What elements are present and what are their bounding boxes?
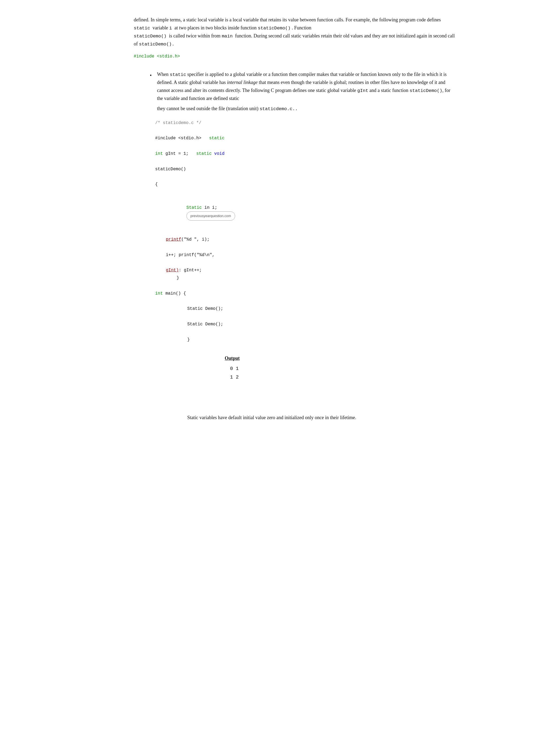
staticdemo-file: staticdemo.c.. bbox=[260, 106, 298, 112]
code-line-blank12 bbox=[155, 328, 455, 336]
static-kw-bullet: static bbox=[170, 72, 186, 77]
code-line9: } bbox=[155, 274, 455, 282]
code-line-blank8 bbox=[155, 259, 455, 267]
gint-ref: gInt) bbox=[166, 268, 179, 273]
code-line5: Static in i; previousyearquestion.com bbox=[155, 196, 455, 228]
bullet-section: • When static specifier is applied to a … bbox=[150, 70, 455, 113]
code-line1: #include <stdio.h> static bbox=[155, 134, 455, 142]
footer-content: Static variables have default initial va… bbox=[187, 415, 356, 420]
code-line7: i++; printf("%d\n", bbox=[155, 251, 455, 259]
para1-text1: defined. In simple terms, a static local… bbox=[134, 17, 441, 22]
code-line13: } bbox=[155, 336, 455, 344]
watermark-badge: previousyearquestion.com bbox=[186, 211, 235, 220]
main-inline: main bbox=[222, 34, 233, 39]
code-line-blank9 bbox=[155, 282, 455, 290]
output-label: Output bbox=[225, 354, 455, 363]
static-keyword-inline1: static bbox=[134, 26, 150, 31]
code-line-blank7 bbox=[155, 244, 455, 251]
bullet-text4: and a static function bbox=[369, 88, 408, 93]
gint-kw: gInt bbox=[357, 88, 368, 93]
code-include-static: #include <stdio.h> static bbox=[155, 136, 224, 141]
intro-paragraph: defined. In simple terms, a static local… bbox=[134, 16, 455, 48]
bullet-content: When static specifier is applied to a gl… bbox=[157, 70, 455, 113]
para1-text-variable: variable bbox=[153, 25, 168, 31]
translation-line: they cannot be used outside the file (tr… bbox=[157, 105, 455, 113]
code-line-blank6 bbox=[155, 228, 455, 236]
code-line-blank3 bbox=[155, 158, 455, 166]
code-line11: Static Demo(); bbox=[155, 305, 455, 313]
code-line2: int gInt = 1; static void bbox=[155, 150, 455, 158]
code-line10: int main() { bbox=[155, 290, 455, 298]
output-section: Output 0 1 1 2 bbox=[225, 354, 455, 382]
printf-fn: printf bbox=[166, 237, 182, 242]
para1-text4: is called twice within from bbox=[169, 33, 220, 39]
internal-linkage-text: internal linkage bbox=[227, 80, 257, 85]
para1-text2: at two places in two blocks inside funct… bbox=[174, 25, 257, 31]
i-keyword-inline: i bbox=[169, 26, 172, 31]
staticdemo-inline2: staticDemo() bbox=[134, 34, 166, 39]
para1-text3: . Function bbox=[292, 25, 311, 31]
page: defined. In simple terms, a static local… bbox=[0, 0, 535, 756]
code-line12: Static Demo(); bbox=[155, 320, 455, 328]
bullet-item-1: • When static specifier is applied to a … bbox=[150, 70, 455, 113]
bullet-dot: • bbox=[150, 71, 152, 80]
code-block: /* staticdemo.c */ #include <stdio.h> st… bbox=[155, 119, 455, 382]
code-line6: printf("%d ", i); bbox=[155, 236, 455, 244]
code-line3: staticDemo() bbox=[155, 166, 455, 173]
code-line4: { bbox=[155, 181, 455, 188]
content-area: defined. In simple terms, a static local… bbox=[80, 16, 455, 422]
output-row2: 1 2 bbox=[230, 373, 455, 382]
output-row1: 0 1 bbox=[230, 364, 455, 373]
translation-text: they cannot be used outside the file (tr… bbox=[157, 106, 258, 111]
code-line-blank2 bbox=[155, 142, 455, 150]
code-line-blank1 bbox=[155, 127, 455, 135]
staticdemo-inline3: staticDemo(). bbox=[139, 42, 175, 47]
code-comment-line: /* staticdemo.c */ bbox=[155, 119, 455, 127]
output-values: 0 1 1 2 bbox=[230, 364, 455, 382]
code-line8: gInt): gInt++; bbox=[155, 266, 455, 274]
static-in-code: Static in i; bbox=[176, 205, 217, 210]
code-line-blank5 bbox=[155, 188, 455, 196]
include-line-top: #include <stdio.h> bbox=[134, 53, 455, 60]
code-line-blank10 bbox=[155, 298, 455, 305]
code-line-blank13 bbox=[155, 343, 455, 351]
code-line-blank4 bbox=[155, 173, 455, 181]
code-line-blank11 bbox=[155, 313, 455, 320]
footer-text: Static variables have default initial va… bbox=[187, 414, 455, 422]
bullet-text1: When bbox=[157, 72, 169, 77]
staticdemo-kw-bullet: staticDemo() bbox=[409, 88, 442, 93]
staticdemo-inline1: staticDemo() bbox=[258, 26, 291, 31]
